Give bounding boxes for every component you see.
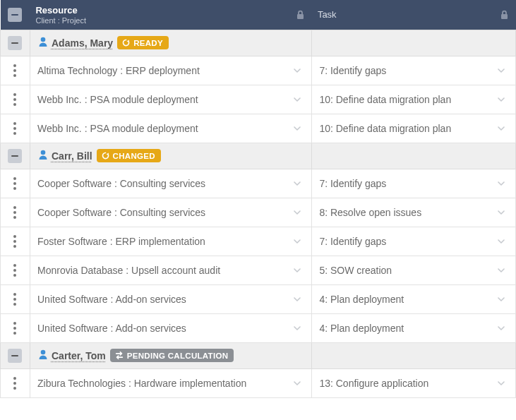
lock-icon[interactable] — [296, 10, 305, 20]
status-badge-ready[interactable]: READY — [117, 36, 169, 49]
person-icon — [37, 349, 49, 362]
project-text: Zibura Technologies : Hardware implement… — [37, 378, 246, 389]
row-project-cell[interactable]: Altima Technology : ERP deployment — [30, 56, 311, 85]
drag-handle-icon[interactable] — [1, 314, 30, 342]
row-project-cell[interactable]: Webb Inc. : PSA module deployment — [30, 114, 311, 143]
status-badge-label: READY — [133, 39, 163, 47]
chevron-down-icon[interactable] — [290, 292, 304, 306]
chevron-down-icon[interactable] — [290, 176, 304, 191]
row-drag-cell — [1, 56, 30, 85]
row-project-cell[interactable]: Webb Inc. : PSA module deployment — [30, 85, 311, 114]
chevron-down-icon[interactable] — [290, 92, 304, 107]
lock-icon[interactable] — [500, 10, 509, 20]
row-drag-cell — [1, 256, 30, 284]
drag-handle-icon[interactable] — [1, 198, 30, 227]
row-drag-cell — [1, 368, 30, 397]
project-text: United Software : Add-on services — [37, 294, 186, 305]
task-text: 13: Configure application — [319, 378, 428, 389]
row-drag-cell — [1, 284, 30, 313]
chevron-down-icon[interactable] — [494, 121, 508, 136]
group-row: Adams, MaryREADY — [1, 30, 516, 56]
drag-handle-icon[interactable] — [1, 56, 30, 85]
row-drag-cell — [1, 313, 30, 342]
header-resource-cell[interactable]: ResourceClient : Project — [30, 0, 311, 30]
group-task-cell — [312, 30, 516, 56]
row-task-cell[interactable]: 10: Define data migration plan — [312, 85, 516, 114]
group-row: Carr, BillCHANGED — [1, 143, 516, 169]
chevron-down-icon[interactable] — [494, 321, 508, 335]
row-task-cell[interactable]: 7: Identify gaps — [312, 169, 516, 198]
collapse-group-button[interactable] — [8, 149, 22, 163]
person-name-link[interactable]: Adams, Mary — [52, 37, 113, 49]
row-project-cell[interactable]: United Software : Add-on services — [30, 284, 311, 313]
chevron-down-icon[interactable] — [494, 205, 508, 220]
row-drag-cell — [1, 169, 30, 198]
row-project-cell[interactable]: Zibura Technologies : Hardware implement… — [30, 368, 311, 397]
status-badge-changed[interactable]: CHANGED — [97, 149, 161, 162]
status-badge-pending[interactable]: PENDING CALCULATION — [110, 349, 234, 362]
header-resource-sub: Client : Project — [35, 16, 306, 25]
chevron-down-icon[interactable] — [290, 234, 304, 248]
row-project-cell[interactable]: Cooper Software : Consulting services — [30, 198, 311, 227]
row-project-cell[interactable]: Monrovia Database : Upsell account audit — [30, 256, 311, 284]
chevron-down-icon[interactable] — [290, 121, 304, 136]
drag-handle-icon[interactable] — [1, 85, 30, 114]
drag-handle-icon[interactable] — [1, 169, 30, 198]
row-task-cell[interactable]: 4: Plan deployment — [312, 313, 516, 342]
task-text: 5: SOW creation — [319, 265, 392, 276]
chevron-down-icon[interactable] — [494, 292, 508, 306]
chevron-down-icon[interactable] — [494, 92, 508, 107]
row-task-cell[interactable]: 5: SOW creation — [312, 256, 516, 284]
chevron-down-icon[interactable] — [290, 205, 304, 220]
task-text: 7: Identify gaps — [319, 236, 386, 247]
chevron-down-icon[interactable] — [290, 64, 304, 78]
collapse-group-button[interactable] — [8, 349, 22, 363]
row-task-cell[interactable]: 13: Configure application — [312, 368, 516, 397]
table-row: Cooper Software : Consulting services7: … — [1, 169, 516, 198]
table-row: United Software : Add-on services4: Plan… — [1, 284, 516, 313]
header-task-cell[interactable]: Task — [312, 0, 516, 30]
chevron-down-icon[interactable] — [494, 376, 508, 390]
chevron-down-icon[interactable] — [494, 176, 508, 191]
group-collapse-cell — [1, 342, 30, 368]
row-project-cell[interactable]: United Software : Add-on services — [30, 313, 311, 342]
svg-point-6 — [41, 150, 46, 155]
row-task-cell[interactable]: 7: Identify gaps — [312, 56, 516, 85]
chevron-down-icon[interactable] — [290, 321, 304, 335]
person-name-link[interactable]: Carr, Bill — [52, 150, 92, 162]
collapse-all-button[interactable] — [8, 8, 22, 22]
chevron-down-icon[interactable] — [290, 376, 304, 390]
row-project-cell[interactable]: Foster Software : ERP implementation — [30, 227, 311, 256]
table-row: Webb Inc. : PSA module deployment10: Def… — [1, 85, 516, 114]
project-text: Monrovia Database : Upsell account audit — [37, 265, 220, 276]
resource-task-table: ResourceClient : ProjectTaskAdams, MaryR… — [0, 0, 516, 398]
drag-handle-icon[interactable] — [1, 369, 30, 397]
status-badge-label: CHANGED — [113, 152, 155, 160]
collapse-group-button[interactable] — [8, 36, 22, 50]
chevron-down-icon[interactable] — [290, 263, 304, 277]
row-project-cell[interactable]: Cooper Software : Consulting services — [30, 169, 311, 198]
project-text: Cooper Software : Consulting services — [37, 207, 205, 218]
chevron-down-icon[interactable] — [494, 263, 508, 277]
row-task-cell[interactable]: 10: Define data migration plan — [312, 114, 516, 143]
row-drag-cell — [1, 227, 30, 256]
task-text: 7: Identify gaps — [319, 65, 386, 76]
person-icon — [37, 36, 49, 49]
row-task-cell[interactable]: 8: Resolve open issues — [312, 198, 516, 227]
svg-point-4 — [41, 37, 46, 42]
row-drag-cell — [1, 198, 30, 227]
svg-rect-0 — [11, 14, 18, 16]
refresh-icon — [101, 151, 110, 160]
row-drag-cell — [1, 114, 30, 143]
row-task-cell[interactable]: 4: Plan deployment — [312, 284, 516, 313]
chevron-down-icon[interactable] — [494, 64, 508, 78]
person-name-link[interactable]: Carter, Tom — [52, 350, 106, 361]
drag-handle-icon[interactable] — [1, 227, 30, 256]
chevron-down-icon[interactable] — [494, 234, 508, 248]
row-task-cell[interactable]: 7: Identify gaps — [312, 227, 516, 256]
drag-handle-icon[interactable] — [1, 114, 30, 143]
drag-handle-icon[interactable] — [1, 285, 30, 313]
svg-rect-7 — [11, 355, 18, 356]
drag-handle-icon[interactable] — [1, 256, 30, 284]
svg-rect-5 — [11, 155, 18, 157]
